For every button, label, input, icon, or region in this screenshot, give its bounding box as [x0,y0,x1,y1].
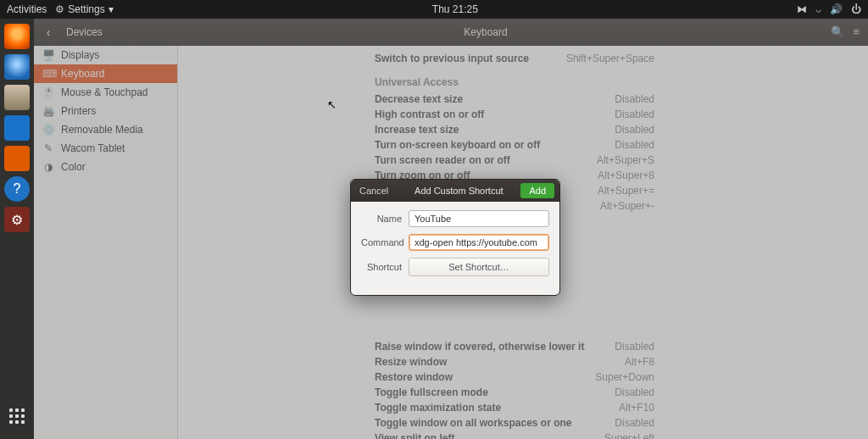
show-applications-button[interactable] [4,403,30,429]
dock-files[interactable] [4,85,30,110]
dock-tweaks[interactable]: ⚙ [4,207,30,232]
command-input[interactable] [409,234,549,251]
add-button[interactable]: Add [520,183,554,198]
network-icon[interactable]: ⌵ [815,3,821,15]
dock-firefox[interactable] [4,24,30,49]
dock-help[interactable]: ? [4,176,30,202]
dock-writer[interactable] [4,115,30,141]
bluetooth-icon[interactable]: ⧓ [797,3,807,15]
dialog-headerbar: Cancel Add Custom Shortcut Add [351,180,559,202]
activities-button[interactable]: Activities [7,3,47,15]
cancel-button[interactable]: Cancel [351,186,397,196]
settings-app-icon: ⚙ [55,3,64,15]
add-custom-shortcut-dialog: Cancel Add Custom Shortcut Add Name Comm… [350,179,560,296]
shortcut-label: Shortcut [361,262,409,272]
chevron-down-icon: ▾ [108,3,114,15]
set-shortcut-button[interactable]: Set Shortcut… [409,258,549,276]
focused-app-menu[interactable]: ⚙ Settings ▾ [55,3,113,15]
name-input[interactable] [409,210,549,227]
power-icon[interactable]: ⏻ [851,3,861,15]
dock-software[interactable] [4,146,30,171]
volume-icon[interactable]: 🔊 [830,3,843,15]
dock: ? ⚙ [0,19,34,439]
clock[interactable]: Thu 21:25 [432,3,478,15]
command-label: Command [361,237,409,247]
dialog-title: Add Custom Shortcut [397,186,520,196]
name-label: Name [361,214,409,224]
dock-thunderbird[interactable] [4,54,30,80]
focused-app-label: Settings [68,3,104,15]
